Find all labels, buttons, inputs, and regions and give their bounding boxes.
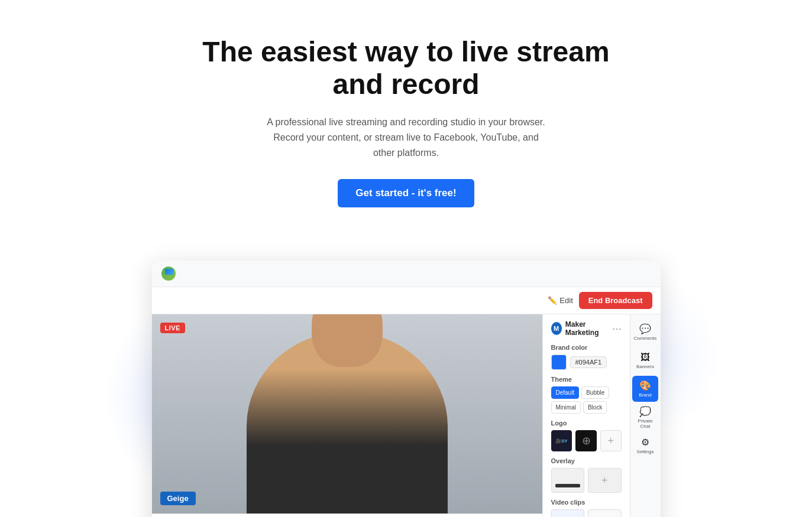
settings-panel: M Maker Marketing ⋯ Brand color #094AF1 … — [543, 314, 630, 517]
theme-block-btn[interactable]: Block — [583, 401, 607, 414]
logo-streamyard[interactable]: 🎥SY — [551, 430, 572, 451]
overlay-plus-icon: + — [601, 474, 608, 487]
panel-title-row: M Maker Marketing — [551, 320, 612, 337]
brand-icon: 🎨 — [639, 380, 651, 391]
app-logo-icon — [161, 266, 176, 281]
brand-color-label: Brand color — [551, 344, 622, 351]
top-action-bar: ✏️ Edit End Broadcast — [152, 287, 661, 314]
brand-color-swatch[interactable] — [551, 355, 567, 370]
overlay-thumb-1[interactable] — [551, 468, 585, 493]
plus-icon: + — [607, 435, 614, 447]
layout-toolbar: 👤 ⬛ ▦ ⬜ ▣ ⬜ ⬛ — [152, 513, 542, 517]
overlay-label: Overlay — [551, 457, 622, 464]
theme-row: Default Bubble Minimal Block — [551, 386, 622, 414]
video-clip-30[interactable]: 30 — [551, 509, 585, 517]
right-sidebar: M Maker Marketing ⋯ Brand color #094AF1 … — [542, 314, 661, 517]
nav-settings[interactable]: ⚙ Settings — [632, 433, 658, 459]
logo-label: Logo — [551, 420, 622, 427]
theme-bubble-btn[interactable]: Bubble — [581, 386, 609, 399]
more-options-icon[interactable]: ⋯ — [612, 323, 622, 334]
hero-headline: The easiest way to live stream and recor… — [199, 35, 613, 100]
logo-second-icon: ⊕ — [582, 434, 591, 447]
clip-add-btn[interactable]: + — [588, 509, 622, 517]
nav-comments[interactable]: 💬 Comments — [632, 319, 658, 345]
edit-button[interactable]: ✏️ Edit — [548, 296, 572, 305]
video-person — [152, 314, 542, 513]
logo-row: 🎥SY ⊕ + — [551, 430, 622, 451]
hero-section: The easiest way to live stream and recor… — [0, 0, 812, 231]
cta-button[interactable]: Get started - it's free! — [338, 179, 474, 207]
brand-color-row: #094AF1 — [551, 355, 622, 370]
studio-window: ✏️ Edit End Broadcast LIVE StreamYard 🎥 … — [152, 261, 661, 517]
overlay-row: + — [551, 468, 622, 493]
screenshot-area: ✏️ Edit End Broadcast LIVE StreamYard 🎥 … — [140, 261, 672, 517]
video-background: StreamYard 🎥 StreamYard StreamYard Strea… — [152, 314, 542, 513]
theme-minimal-btn[interactable]: Minimal — [551, 401, 581, 414]
hero-subtext: A professional live streaming and record… — [264, 115, 548, 160]
comments-icon: 💬 — [639, 323, 651, 334]
video-clips-label: Video clips — [551, 499, 622, 506]
overlay-add-btn[interactable]: + — [588, 468, 622, 493]
workspace-avatar: M — [551, 322, 562, 335]
video-area: LIVE StreamYard 🎥 StreamYard StreamYard … — [152, 314, 542, 513]
clips-row: 30 + — [551, 509, 622, 517]
edit-pencil-icon: ✏️ — [548, 296, 557, 305]
theme-label: Theme — [551, 376, 622, 383]
person-body — [247, 331, 448, 514]
brand-color-hex[interactable]: #094AF1 — [570, 356, 607, 368]
panel-header: M Maker Marketing ⋯ — [551, 320, 622, 337]
end-broadcast-button[interactable]: End Broadcast — [579, 292, 652, 309]
main-content-area: LIVE StreamYard 🎥 StreamYard StreamYard … — [152, 314, 542, 517]
settings-icon: ⚙ — [641, 437, 649, 448]
workspace-name: Maker Marketing — [565, 320, 612, 337]
nav-private-chat[interactable]: 💭 Private Chat — [632, 404, 658, 430]
private-chat-icon: 💭 — [639, 406, 651, 417]
person-name-tag: Geige — [160, 492, 196, 505]
nav-banners[interactable]: 🖼 Banners — [632, 347, 658, 373]
overlay-bar — [555, 484, 581, 487]
theme-default-btn[interactable]: Default — [551, 386, 580, 399]
banners-icon: 🖼 — [640, 352, 650, 363]
logo-add-btn[interactable]: + — [600, 430, 622, 451]
right-icon-nav: 💬 Comments 🖼 Banners 🎨 Brand 💭 Private C… — [630, 314, 661, 517]
studio-body: LIVE StreamYard 🎥 StreamYard StreamYard … — [152, 314, 661, 517]
live-badge: LIVE — [160, 323, 185, 333]
person-head — [312, 314, 383, 367]
logo-second[interactable]: ⊕ — [575, 430, 597, 451]
nav-brand[interactable]: 🎨 Brand — [632, 376, 658, 402]
title-bar — [152, 261, 661, 287]
